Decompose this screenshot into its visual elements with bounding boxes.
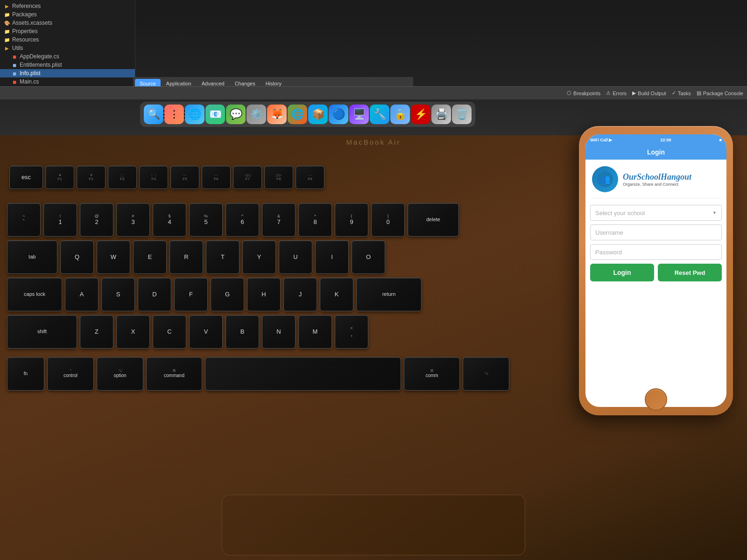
dock-icon-xcode[interactable]: 🔧	[370, 105, 389, 124]
key-1[interactable]: ! 1	[43, 203, 77, 237]
key-esc[interactable]: esc	[9, 166, 43, 189]
key-f8[interactable]: ▷▷ F8	[264, 166, 293, 189]
app-tagline: Organize, Share and Connect	[623, 182, 691, 187]
key-f3[interactable]: ⬚ F3	[108, 166, 137, 189]
key-e[interactable]: E	[133, 240, 167, 274]
xcode-item-main[interactable]: ◼ Main.cs	[0, 77, 135, 86]
xcode-topbar: ⬡ Breakpoints ⚠ Errors ▶ Build Output ✓ …	[0, 86, 747, 99]
key-o[interactable]: O	[352, 240, 385, 274]
key-v[interactable]: V	[189, 315, 223, 349]
xcode-item-appdelegate[interactable]: ◼ AppDelegate.cs	[0, 52, 135, 61]
iphone-statusbar: WiFi Call ▶ 22:09 ■	[585, 134, 726, 146]
reset-pwd-button[interactable]: Reset Pwd	[658, 264, 722, 281]
build-output-btn[interactable]: ▶ Build Output	[632, 90, 666, 96]
key-return[interactable]: return	[356, 278, 422, 311]
dock-icon-messages[interactable]: 💬	[226, 105, 246, 124]
key-f2[interactable]: ☀ F2	[77, 166, 106, 189]
key-3[interactable]: # 3	[116, 203, 150, 237]
key-7[interactable]: & 7	[262, 203, 296, 237]
iphone-home-button[interactable]	[645, 388, 667, 411]
xcode-item-resources[interactable]: 📁 Resources	[0, 35, 135, 44]
key-fn[interactable]: fn	[7, 357, 44, 391]
key-f9[interactable]: ⋯ F9	[296, 166, 324, 189]
key-5[interactable]: % 5	[189, 203, 223, 237]
dock-icon-settings[interactable]: ⚙️	[247, 105, 266, 124]
key-control[interactable]: ⌃ control	[47, 357, 94, 391]
key-m[interactable]: M	[298, 315, 332, 349]
key-t[interactable]: T	[206, 240, 240, 274]
xcode-item-entitlements[interactable]: ◼ Entitlements.plist	[0, 61, 135, 69]
key-f[interactable]: F	[174, 278, 208, 311]
key-n[interactable]: N	[262, 315, 296, 349]
trackpad[interactable]	[222, 495, 525, 555]
key-q[interactable]: Q	[60, 240, 94, 274]
xcode-item-packages[interactable]: 📁 Packages	[0, 10, 135, 19]
key-u[interactable]: U	[279, 240, 312, 274]
dock-icon-flashcard[interactable]: ⚡	[411, 105, 430, 124]
key-a[interactable]: A	[65, 278, 99, 311]
login-button[interactable]: Login	[590, 264, 654, 281]
key-tab[interactable]: tab	[7, 240, 57, 274]
dock-icon-chrome[interactable]: 🌐	[288, 105, 307, 124]
key-0[interactable]: ) 0	[371, 203, 405, 237]
key-command-right[interactable]: ⌘ comm	[404, 357, 460, 391]
dock-icon-appstore[interactable]: 📦	[308, 105, 328, 124]
key-g[interactable]: G	[211, 278, 244, 311]
tasks-btn[interactable]: ✓ Tasks	[672, 90, 691, 96]
xcode-item-assets[interactable]: 🎨 Assets.xcassets	[0, 19, 135, 27]
dock-icon-vs[interactable]: 🖥️	[349, 105, 369, 124]
key-d[interactable]: D	[138, 278, 171, 311]
key-f7[interactable]: ◁◁ F7	[233, 166, 262, 189]
key-comma[interactable]: < ,	[335, 315, 368, 349]
key-6[interactable]: ^ 6	[226, 203, 259, 237]
key-c[interactable]: C	[153, 315, 186, 349]
key-j[interactable]: J	[283, 278, 317, 311]
key-2[interactable]: @ 2	[80, 203, 113, 237]
dock-icon-keychain[interactable]: 🔒	[390, 105, 410, 124]
dock-icon-printer[interactable]: 🖨️	[431, 105, 451, 124]
package-console-btn[interactable]: ▤ Package Console	[697, 90, 743, 96]
key-k[interactable]: K	[320, 278, 353, 311]
key-4[interactable]: $ 4	[153, 203, 186, 237]
key-space[interactable]	[205, 357, 401, 391]
breakpoints-btn[interactable]: ⬡ Breakpoints	[567, 90, 600, 96]
key-z[interactable]: Z	[80, 315, 113, 349]
key-delete[interactable]: delete	[408, 203, 459, 237]
key-option-right[interactable]: ⌥	[463, 357, 509, 391]
school-select[interactable]: Select your school	[590, 205, 722, 221]
dock-icon-launchpad[interactable]: ⋮⋮⋮	[164, 105, 184, 124]
key-r[interactable]: R	[169, 240, 203, 274]
xcode-item-info[interactable]: ◼ Info.plist	[0, 69, 135, 77]
key-f6[interactable]: ⋯ F6	[202, 166, 231, 189]
key-h[interactable]: H	[247, 278, 281, 311]
xcode-item-references[interactable]: ▶ References	[0, 2, 135, 10]
key-b[interactable]: B	[226, 315, 259, 349]
dock-icon-firefox[interactable]: 🦊	[267, 105, 287, 124]
key-y[interactable]: Y	[242, 240, 276, 274]
dock-icon-safari[interactable]: 🌐	[185, 105, 204, 124]
key-9[interactable]: ( 9	[335, 203, 368, 237]
xcode-item-utils[interactable]: ▶ Utils	[0, 44, 135, 52]
password-field[interactable]: Password	[590, 244, 722, 260]
key-f4[interactable]: ⋮⋮ F4	[139, 166, 168, 189]
key-caps[interactable]: caps lock	[7, 278, 62, 311]
console-label: Package Console	[703, 91, 743, 96]
app-name: OurSchoolHangout	[623, 172, 691, 182]
dock-icon-mail[interactable]: 📧	[205, 105, 225, 124]
key-8[interactable]: * 8	[298, 203, 332, 237]
username-field[interactable]: Username	[590, 224, 722, 240]
dock-icon-trash[interactable]: 🗑️	[452, 105, 472, 124]
key-x[interactable]: X	[116, 315, 150, 349]
key-option-left[interactable]: ⌥ option	[97, 357, 143, 391]
dock-icon-vscode[interactable]: 🔵	[329, 105, 348, 124]
key-s[interactable]: S	[101, 278, 135, 311]
key-command-left[interactable]: ⌘ command	[146, 357, 202, 391]
key-w[interactable]: W	[97, 240, 130, 274]
xcode-item-properties[interactable]: 📁 Properties	[0, 27, 135, 35]
errors-btn[interactable]: ⚠ Errors	[606, 90, 627, 96]
key-i[interactable]: I	[315, 240, 349, 274]
key-shift-left[interactable]: shift	[7, 315, 77, 349]
key-f1[interactable]: ✦ F1	[45, 166, 74, 189]
key-tilde[interactable]: ~ `	[7, 203, 41, 237]
key-f5[interactable]: ⋯ F5	[170, 166, 199, 189]
